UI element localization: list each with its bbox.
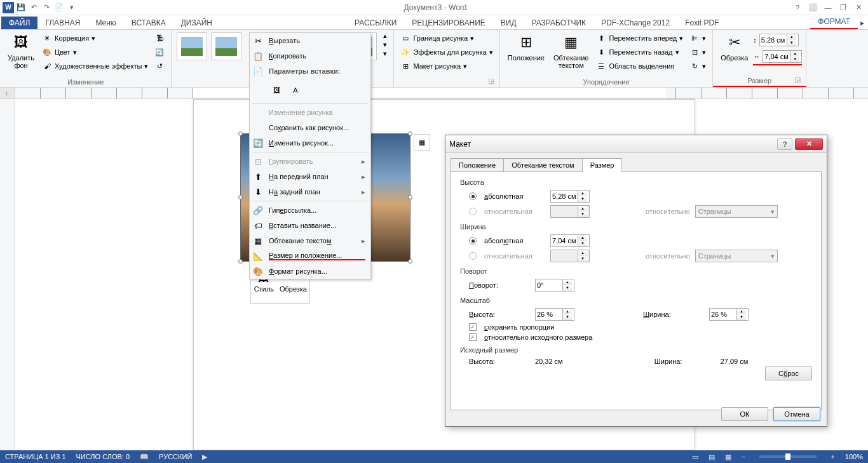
zoom-in-icon[interactable]: + <box>831 453 834 460</box>
wrap-text-button[interactable]: ▦Обтекание текстом <box>550 31 592 70</box>
ctx-save-as-picture[interactable]: Сохранить как рисунок... <box>250 120 370 135</box>
tab-insert[interactable]: ВСТАВКА <box>124 17 173 29</box>
resize-handle-bl[interactable] <box>238 259 243 264</box>
style-thumb-2[interactable] <box>211 32 241 60</box>
spinner-down-icon[interactable]: ▼ <box>787 40 796 46</box>
reset-button[interactable]: Сброс <box>765 366 812 380</box>
width-abs-radio[interactable] <box>469 237 477 245</box>
resize-handle-mr[interactable] <box>408 195 412 199</box>
relative-orig-checkbox[interactable]: ✓ <box>469 333 477 341</box>
height-abs-input[interactable]: ▲▼ <box>550 190 590 203</box>
ctx-hyperlink[interactable]: 🔗Гиперссылка... <box>250 203 370 218</box>
tab-home[interactable]: ГЛАВНАЯ <box>37 17 88 29</box>
crop-button[interactable]: ✂Обрезка <box>717 31 752 63</box>
color-button[interactable]: 🎨Цвет▾ <box>39 45 151 59</box>
height-abs-radio[interactable] <box>469 192 477 200</box>
styles-row-up[interactable]: ▴ <box>381 31 390 40</box>
ctx-caption[interactable]: 🏷Вставить название... <box>250 218 370 233</box>
zoom-out-icon[interactable]: − <box>742 453 745 460</box>
rotate-button[interactable]: ↻▾ <box>687 59 709 73</box>
layout-options-icon[interactable]: ▦ <box>414 134 430 151</box>
dlg-tab-wrap[interactable]: Обтекание текстом <box>503 158 583 171</box>
launcher-icon[interactable]: ◲ <box>487 77 496 86</box>
minimize-button[interactable]: — <box>821 2 835 13</box>
reset-picture-button[interactable]: ↺ <box>152 59 167 73</box>
tab-review[interactable]: РЕЦЕНЗИРОВАНИЕ <box>404 17 492 29</box>
scale-h-input[interactable]: ▲▼ <box>535 308 574 321</box>
resize-handle-tl[interactable] <box>238 131 243 136</box>
height-input[interactable]: ▲▼ <box>759 34 799 46</box>
spinner-up-icon[interactable]: ▲ <box>787 34 796 40</box>
style-thumb-1[interactable] <box>177 32 207 60</box>
lock-aspect-checkbox[interactable]: ✓ <box>469 323 477 331</box>
ctx-send-back[interactable]: ⬇На задний план▸ <box>250 184 370 199</box>
artistic-effects-button[interactable]: 🖌Художественные эффекты▾ <box>39 59 151 73</box>
compress-button[interactable]: 🗜 <box>152 31 167 45</box>
dlg-tab-position[interactable]: Положение <box>451 158 504 171</box>
width-abs-input[interactable]: ▲▼ <box>550 234 590 247</box>
ctx-wrap-text[interactable]: ▦Обтекание текстом▸ <box>250 233 370 248</box>
paste-option-2[interactable]: A <box>287 81 304 99</box>
status-language[interactable]: РУССКИЙ <box>159 453 192 460</box>
ctx-format-picture[interactable]: 🎨Формат рисунка... <box>250 264 370 279</box>
view-read-icon[interactable]: ▭ <box>692 453 698 461</box>
align-button[interactable]: ⊫▾ <box>687 31 709 45</box>
change-picture-button[interactable]: 🔄 <box>152 45 167 59</box>
status-page[interactable]: СТРАНИЦА 1 ИЗ 1 <box>5 453 66 460</box>
width-input[interactable]: ▲▼ <box>763 50 802 63</box>
group-button[interactable]: ⊡▾ <box>687 45 709 59</box>
bring-forward-button[interactable]: ⬆Переместить вперед▾ <box>593 31 686 45</box>
rotation-input[interactable]: ▲▼ <box>535 279 574 292</box>
scale-w-input[interactable]: ▲▼ <box>709 308 749 321</box>
macro-icon[interactable]: ▶ <box>202 453 207 461</box>
qat-save-icon[interactable]: 💾 <box>15 2 27 13</box>
status-words[interactable]: ЧИСЛО СЛОВ: 0 <box>76 453 130 460</box>
tab-mailings[interactable]: РАССЫЛКИ <box>347 17 404 29</box>
dlg-tab-size[interactable]: Размер <box>582 158 623 172</box>
maximize-button[interactable]: ❐ <box>836 2 850 13</box>
zoom-slider[interactable] <box>759 455 817 458</box>
spinner-up-icon[interactable]: ▲ <box>790 51 799 57</box>
tab-menu[interactable]: Меню <box>88 17 123 29</box>
ctx-change-image[interactable]: 🔄Изменить рисунок... <box>250 135 370 151</box>
close-button[interactable]: ✕ <box>851 2 865 13</box>
styles-row-down[interactable]: ▾ <box>381 40 390 49</box>
ctx-copy[interactable]: 📋Копировать <box>250 48 370 64</box>
dialog-help-button[interactable]: ? <box>777 138 792 150</box>
tab-file[interactable]: ФАЙЛ <box>1 17 37 29</box>
picture-layout-button[interactable]: ⊞Макет рисунка▾ <box>398 59 495 73</box>
relative-orig-label[interactable]: относительно исходного размера <box>484 333 592 341</box>
height-abs-label[interactable]: абсолютная <box>484 192 545 200</box>
ruler-corner[interactable]: L <box>0 88 15 98</box>
styles-more[interactable]: ▾ <box>381 49 390 58</box>
qat-redo-icon[interactable]: ↷ <box>41 2 52 13</box>
view-print-icon[interactable]: ▤ <box>709 453 715 461</box>
resize-handle-ml[interactable] <box>238 195 243 199</box>
horizontal-ruler[interactable]: L <box>0 88 868 99</box>
remove-background-button[interactable]: 🖼 Удалить фон <box>4 31 38 70</box>
corrections-button[interactable]: ☀Коррекция▾ <box>39 31 151 45</box>
selection-pane-button[interactable]: ☰Область выделения <box>593 59 686 73</box>
position-button[interactable]: ⊞Положение <box>504 31 548 63</box>
resize-handle-br[interactable] <box>408 259 412 264</box>
width-abs-label[interactable]: абсолютная <box>484 237 545 245</box>
tab-pdfxchange[interactable]: PDF-XChange 2012 <box>593 17 677 29</box>
ribbon-options-button[interactable]: ⬜ <box>806 2 820 13</box>
vertical-ruler[interactable] <box>0 99 15 450</box>
send-backward-button[interactable]: ⬇Переместить назад▾ <box>593 45 686 59</box>
tab-developer[interactable]: РАЗРАБОТЧИК <box>524 17 594 29</box>
qat-undo-icon[interactable]: ↶ <box>28 2 39 13</box>
dialog-close-button[interactable]: ✕ <box>795 138 823 150</box>
qat-customize-icon[interactable]: ▾ <box>66 2 78 13</box>
spinner-down-icon[interactable]: ▼ <box>790 57 799 62</box>
cancel-button[interactable]: Отмена <box>773 407 820 421</box>
tab-foxit[interactable]: Foxit PDF <box>677 17 726 29</box>
resize-handle-tr[interactable] <box>408 131 412 136</box>
tab-view[interactable]: ВИД <box>493 17 524 29</box>
launcher-icon[interactable]: ◲ <box>793 76 802 84</box>
ok-button[interactable]: ОК <box>721 407 768 421</box>
qat-new-icon[interactable]: 📄 <box>53 2 65 13</box>
ctx-bring-front[interactable]: ⬆На передний план▸ <box>250 169 370 184</box>
view-web-icon[interactable]: ▦ <box>725 453 731 461</box>
status-zoom[interactable]: 100% <box>845 453 863 460</box>
